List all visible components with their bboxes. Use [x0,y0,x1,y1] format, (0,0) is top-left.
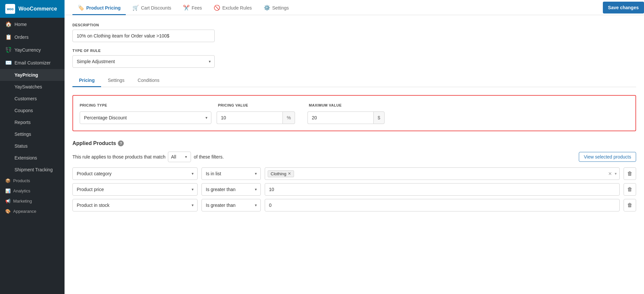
sidebar-item-label: Home [14,22,27,27]
sidebar-section-appearance[interactable]: 🎨 Appearance [0,206,65,216]
tab-cart-discounts[interactable]: 🛒 Cart Discounts [127,0,176,15]
products-section-label: Products [13,178,30,183]
pricing-type-select-wrapper: Percentage Discount Fixed Amount Fixed P… [80,111,211,124]
filter-2-field-wrapper: Product category Product price Product i… [72,183,198,196]
maximum-value-input[interactable] [308,111,373,124]
sidebar-item-email-customizer[interactable]: ✉️ Email Customizer [0,56,65,69]
filter-row-3: Product category Product price Product i… [72,199,636,211]
page-content: DESCRIPTION TYPE OF RULE Simple Adjustme… [65,15,644,294]
maximum-value-wrapper: $ [308,111,393,124]
sidebar-item-label: Coupons [14,108,33,113]
filter-2-field-select[interactable]: Product category Product price Product i… [72,183,198,196]
tags-clear-icon[interactable]: ✕ [608,171,612,176]
pricing-type-header: PRICING TYPE [80,103,107,107]
products-section-icon: 📦 [5,178,11,183]
tags-expand-icon[interactable]: ▾ [615,171,617,176]
sidebar-item-home[interactable]: 🏠 Home [0,18,65,31]
sidebar-section-products[interactable]: 📦 Products [0,176,65,186]
sidebar-item-reports[interactable]: Reports [0,116,65,128]
main-content: 🏷️ Product Pricing 🛒 Cart Discounts ✂️ F… [65,0,644,294]
filter-2-operator-select[interactable]: Is greater than Is less than Is equal to… [201,183,261,196]
filter-2-delete-button[interactable]: 🗑 [624,183,636,196]
sidebar-section-marketing[interactable]: 📢 Marketing [0,196,65,206]
sidebar-item-yaypricing[interactable]: YayPricing [0,69,65,81]
woo-logo-icon: woo [5,4,15,14]
fees-tab-icon: ✂️ [183,5,190,11]
sidebar-item-coupons[interactable]: Coupons [0,105,65,116]
inner-tab-pricing[interactable]: Pricing [72,74,101,87]
match-text-after: of these filters. [194,154,224,159]
description-group: DESCRIPTION [72,23,636,42]
yaycurrency-icon: 💱 [5,47,12,53]
cart-discounts-tab-icon: 🛒 [132,5,139,11]
filter-1-value-tags[interactable]: Clothing ✕ ✕ ▾ [265,167,620,180]
product-pricing-tab-icon: 🏷️ [78,5,84,11]
description-label: DESCRIPTION [72,23,636,27]
type-of-rule-group: TYPE OF RULE Simple Adjustment Fixed Pri… [72,49,636,68]
filter-2-value-input[interactable] [265,183,620,196]
trash-icon: 🗑 [627,171,632,177]
pricing-value-input[interactable] [217,111,282,124]
sidebar-item-label: Shipment Tracking [14,167,53,172]
filter-1-field-wrapper: Product category Product price Product i… [72,167,198,180]
sidebar-item-status[interactable]: Status [0,140,65,152]
sidebar-item-shipment-tracking[interactable]: Shipment Tracking [0,164,65,176]
trash-icon: 🗑 [627,186,632,192]
home-icon: 🏠 [5,21,12,27]
save-changes-button[interactable]: Save changes [603,2,644,13]
match-text-before: This rule applies to those products that… [72,154,165,159]
appearance-section-icon: 🎨 [5,209,11,214]
sidebar-logo[interactable]: woo WooCommerce [0,0,65,18]
tab-exclude-rules[interactable]: 🚫 Exclude Rules [208,0,257,15]
pricing-type-select[interactable]: Percentage Discount Fixed Amount Fixed P… [80,111,211,124]
sidebar-item-label: Extensions [14,155,37,160]
inner-tabs: Pricing Settings Conditions [72,74,636,87]
sidebar-item-yaycurrency[interactable]: 💱 YayCurrency [0,43,65,56]
sidebar-item-settings[interactable]: Settings [0,128,65,140]
sidebar-section-analytics[interactable]: 📊 Analytics [0,186,65,196]
sidebar-item-orders[interactable]: 📋 Orders [0,31,65,43]
maximum-value-header: MAXIMUM VALUE [309,103,342,107]
filter-3-field-select[interactable]: Product category Product price Product i… [72,199,198,211]
filter-1-delete-button[interactable]: 🗑 [624,167,636,180]
tab-label: Fees [192,5,202,11]
marketing-section-icon: 📢 [5,199,11,204]
view-selected-products-button[interactable]: View selected products [579,152,636,162]
filter-3-delete-button[interactable]: 🗑 [624,199,636,211]
type-of-rule-label: TYPE OF RULE [72,49,636,53]
pricing-box: PRICING TYPE PRICING VALUE MAXIMUM VALUE… [72,95,636,131]
sidebar-item-label: Settings [14,132,31,137]
email-icon: ✉️ [5,60,12,66]
inner-tab-conditions[interactable]: Conditions [131,74,166,87]
filter-3-operator-select[interactable]: Is greater than Is less than Is equal to [201,199,261,211]
match-select[interactable]: All Any [168,152,191,162]
tab-product-pricing[interactable]: 🏷️ Product Pricing [72,0,126,15]
type-of-rule-select[interactable]: Simple Adjustment Fixed Price Percentage… [72,55,215,68]
description-input[interactable] [72,30,215,42]
tab-label: Cart Discounts [141,5,171,11]
brand-name: WooCommerce [18,6,57,12]
tab-fees[interactable]: ✂️ Fees [178,0,207,15]
trash-icon: 🗑 [627,202,632,208]
sidebar-item-extensions[interactable]: Extensions [0,152,65,164]
help-icon[interactable]: ? [118,140,124,146]
tab-label: Exclude Rules [222,5,252,11]
inner-tab-settings[interactable]: Settings [101,74,131,87]
pricing-headers: PRICING TYPE PRICING VALUE MAXIMUM VALUE [80,102,629,108]
filter-row-2: Product category Product price Product i… [72,183,636,196]
filter-tag-clothing: Clothing ✕ [268,170,294,177]
appearance-section-label: Appearance [13,209,36,214]
settings-tab-icon: ⚙️ [264,5,270,11]
filter-1-operator-select[interactable]: Is in list Is not in list Is equal to [201,167,261,180]
sidebar-item-customers[interactable]: Customers [0,93,65,105]
filter-1-field-select[interactable]: Product category Product price Product i… [72,167,198,180]
exclude-rules-tab-icon: 🚫 [214,5,220,11]
pricing-value-wrapper: % [217,111,302,124]
tag-close-icon[interactable]: ✕ [288,171,291,176]
tab-settings[interactable]: ⚙️ Settings [258,0,294,15]
sidebar: woo WooCommerce 🏠 Home 📋 Orders 💱 YayCur… [0,0,65,294]
pricing-value-header: PRICING VALUE [218,103,248,107]
filter-3-value-input[interactable] [265,199,620,211]
sidebar-item-yayswatches[interactable]: YaySwatches [0,81,65,93]
sidebar-item-label: YayCurrency [14,47,41,53]
